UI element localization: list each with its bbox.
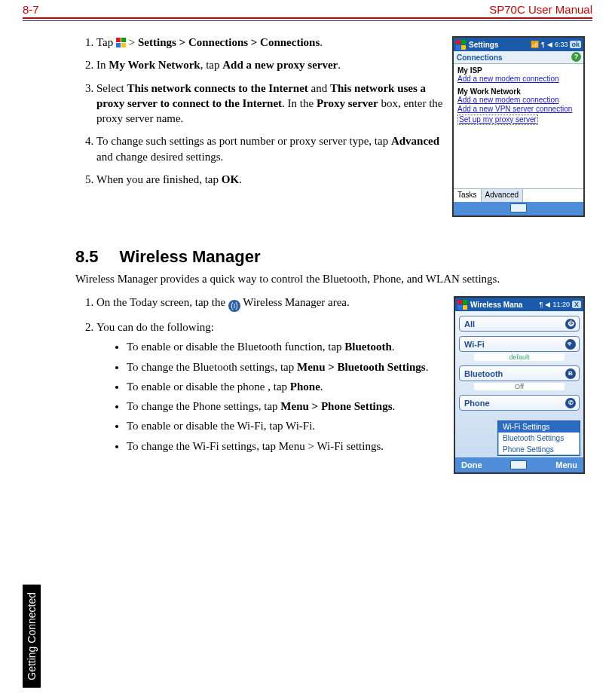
keyboard-icon[interactable] [510,460,527,469]
group-my-isp: My ISP [457,66,580,75]
speaker-icon: ◀ [545,301,550,308]
signal-icon: ¶ [540,301,543,308]
shot2-softbar: Done Menu [455,457,583,472]
ok-button[interactable]: ok [570,41,581,48]
group-my-work: My Work Network [457,87,580,96]
shot2-titlebar: Wireless Mana ¶ ◀ 11:20 X [455,298,583,311]
section-heading-wireless: 8.5Wireless Manager [75,247,585,267]
shot1-title: Settings [469,41,531,49]
start-icon [457,300,467,310]
shot1-softbar [454,202,583,216]
close-button[interactable]: X [572,301,581,308]
link-add-vpn[interactable]: Add a new VPN server connection [457,105,580,115]
link-add-modem-isp[interactable]: Add a new modem connection [457,75,580,84]
menu-phone-settings[interactable]: Phone Settings [498,444,580,455]
toggle-phone[interactable]: Phone ✆ [459,395,580,411]
toggle-all[interactable]: All ⏻ [459,316,580,332]
wifi-icon: ᯤ [565,339,576,350]
toggle-bluetooth[interactable]: Bluetooth B [459,365,580,381]
softkey-done[interactable]: Done [461,460,482,469]
wireless-manager-icon: (ı) [228,300,240,312]
header-rule-red [23,17,592,19]
chapter-tab: Getting Connected [23,585,41,688]
bluetooth-status: Off [474,383,565,390]
link-setup-proxy[interactable]: Set up my proxy server [457,115,538,126]
section-title: Wireless Manager [120,247,261,266]
phone-icon: ✆ [565,398,576,408]
menu-wifi-settings[interactable]: Wi-Fi Settings [498,421,580,433]
tab-advanced[interactable]: Advanced [482,189,523,202]
start-icon [116,38,126,47]
link-add-modem-work[interactable]: Add a new modem connection [457,96,580,105]
antenna-icon: ¶ [541,41,545,48]
wifi-status: default [474,353,565,361]
screenshot-wireless-manager: Wireless Mana ¶ ◀ 11:20 X All ⏻ [454,296,585,474]
settings-menu-popup: Wi-Fi Settings Bluetooth Settings Phone … [497,420,580,456]
toggle-wifi[interactable]: Wi-Fi ᯤ [459,336,580,352]
power-icon: ⏻ [565,319,576,329]
speaker-icon: ◀ [547,41,552,48]
manual-title: SP70C User Manual [489,3,592,16]
help-icon[interactable]: ? [571,52,581,62]
shot1-subheader-text: Connections [457,53,503,62]
start-icon [456,40,466,50]
shot1-tabs: Tasks Advanced [454,188,583,202]
softkey-menu[interactable]: Menu [555,460,577,469]
shot2-title: Wireless Mana [470,301,540,309]
section2-intro: Wireless Manager provides a quick way to… [75,273,585,286]
shot1-titlebar: Settings 📶 ¶ ◀ 6:33 ok [454,38,583,51]
page-number: 8-7 [23,3,39,16]
signal-icon: 📶 [531,41,539,48]
shot1-time: 6:33 [555,41,568,48]
menu-bluetooth-settings[interactable]: Bluetooth Settings [498,433,580,444]
shot2-time: 11:20 [552,301,570,308]
keyboard-icon[interactable] [510,203,527,212]
screenshot-connections: Settings 📶 ¶ ◀ 6:33 ok Connections ? M [452,36,585,217]
section-number: 8.5 [75,247,99,266]
shot1-subheader: Connections ? [454,51,583,64]
bluetooth-icon: B [565,368,576,379]
page-header: 8-7 SP70C User Manual [0,0,615,17]
tab-tasks[interactable]: Tasks [454,189,482,202]
